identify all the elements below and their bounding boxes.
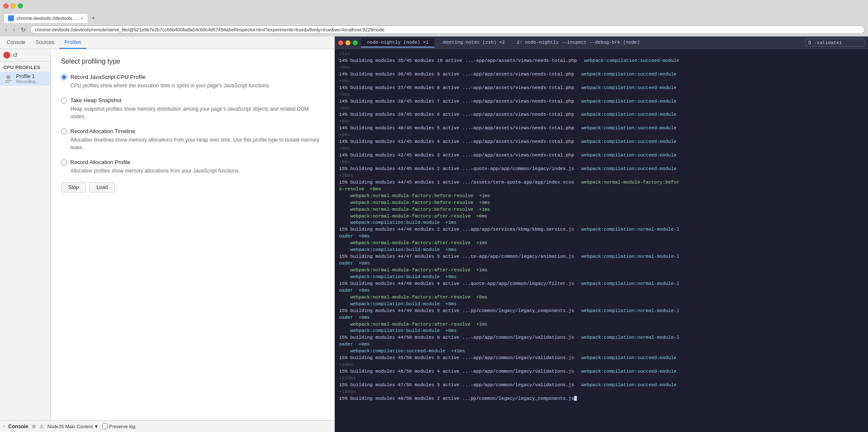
cpu-profile-desc: CPU profiles show where the execution ti… [70,82,324,89]
terminal-line: oader +0ms [335,260,868,267]
terminal-line: 15% building modules 43/45 modules 2 act… [335,166,868,173]
terminal-minimize-icon[interactable] [345,40,351,45]
terminal-line: webpack:normal-module-factory:after-reso… [335,267,868,274]
allocation-profile-radio[interactable] [61,159,67,165]
stop-button[interactable]: Stop [61,182,86,192]
terminal-line: 15% building modules 44/50 modules 6 act… [335,334,868,341]
terminal-line: 14% building modules 40/45 modules 5 act… [335,125,868,132]
profile-icon [3,74,14,84]
preserve-log-checkbox[interactable] [102,424,108,429]
terminal-tab-debug[interactable]: 2: node-nightly --inspect --debug-brk (n… [511,38,645,47]
terminal-line: e-resolve +0ms [335,186,868,193]
terminal-line: 15% building modules 46/50 modules 4 act… [335,368,868,375]
allocation-timeline-radio[interactable] [61,128,67,134]
cpu-profile-header[interactable]: Record JavaScript CPU Profile [61,74,324,80]
terminal-line: oader +0ms [335,287,868,294]
tab-favicon-icon [8,15,14,21]
browser-toolbar: ‹ › ↻ [0,23,868,36]
terminal-fullscreen-icon[interactable] [353,40,358,45]
terminal-line: webpack:compilation:build-module +1ms [335,220,868,226]
cpu-profile-radio[interactable] [61,74,67,80]
preserve-log-checkbox-label[interactable]: Preserve log [102,424,136,429]
profile-1-text: Profile 1 Recording... [16,73,39,84]
terminal-search [805,39,865,47]
terminal-close-icon[interactable] [338,40,343,45]
forward-button[interactable]: › [11,25,17,34]
console-bar: › Console ⊘ ⚠ NodeJS Main Context ▼ Pres… [0,420,334,432]
tab-profiles[interactable]: Profiles [59,37,86,49]
terminal-line: oader +0ms [335,341,868,348]
terminal-line: +1ms [335,51,868,58]
terminal-line: 14% building modules 39/45 modules 6 act… [335,111,868,118]
profile-1-status: Recording... [16,79,39,84]
terminal-line: oader +0ms [335,233,868,240]
terminal-titlebar: node-nightly (node) ×1 .meeting-notes (z… [335,36,868,49]
terminal-line: +0ms [335,78,868,85]
warning-icon: ⚠ [39,424,44,429]
load-button[interactable]: Load [89,182,115,192]
terminal-line: webpack:compilation:build-module +0ms [335,247,868,254]
context-selector[interactable]: NodeJS Main Context ▼ [47,424,99,429]
terminal-search-input[interactable] [805,39,865,47]
terminal-line: 14% building modules 42/45 modules 3 act… [335,152,868,159]
console-toolbar: ⊘ ⚠ NodeJS Main Context ▼ Preserve log [32,424,331,429]
back-button[interactable]: ‹ [3,25,9,34]
terminal-line: webpack:compilation:succeed-module +41ms [335,348,868,355]
heap-snapshot-header[interactable]: Take Heap Snapshot [61,97,324,103]
record-button[interactable] [3,52,10,59]
terminal-line: 15% building modules 48/50 modules 2 act… [335,396,868,402]
terminal-line: +0ms [335,145,868,152]
tab-sources[interactable]: Sources [31,37,59,49]
profiles-panel: Select profiling type Record JavaScript … [51,49,334,420]
terminal-tab-meeting[interactable]: .meeting-notes (zsh) ×2 [434,38,511,47]
terminal-content[interactable]: +1ms14% building modules 35/45 modules 1… [335,49,868,432]
console-bar-label: Console [8,424,28,429]
allocation-profile-header[interactable]: Record Allocation Profile [61,159,324,165]
context-label: NodeJS Main Context [47,424,93,429]
terminal-line: webpack:normal-module-factory:before-res… [335,193,868,200]
heap-snapshot-radio[interactable] [61,98,67,103]
terminal-line: webpack:normal-module-factory:after-reso… [335,321,868,328]
browser-titlebar [0,0,868,12]
browser-tab-active[interactable]: chrome-devtools://devtools/r... ✕ [3,13,88,23]
minimize-traffic-light[interactable] [11,3,16,8]
traffic-lights [3,3,23,8]
browser-tab-new[interactable]: + [88,13,98,23]
close-traffic-light[interactable] [3,3,8,8]
allocation-profile-label: Record Allocation Profile [70,159,131,165]
new-tab-icon[interactable]: + [92,14,95,21]
terminal-line: 14% building modules 37/45 modules 8 act… [335,85,868,92]
terminal-line: +0ms [335,132,868,139]
svg-point-0 [6,75,11,79]
chevron-expand-icon[interactable]: › [3,424,5,429]
terminal-line: 15% building modules 44/46 modules 2 act… [335,226,868,233]
devtools-content: ↺ CPU PROFILES Profile 1 Recording... [0,49,334,420]
fullscreen-traffic-light[interactable] [18,3,23,8]
terminal-line: webpack:normal-module-factory:after-reso… [335,240,868,247]
terminal-line: 15% building modules 44/48 modules 4 act… [335,281,868,287]
terminal-tab-node[interactable]: node-nightly (node) ×1 [361,38,434,47]
terminal-line: webpack:normal-module-factory:after-reso… [335,213,868,220]
profile-1-item[interactable]: Profile 1 Recording... [0,72,50,86]
terminal-line: 14% building modules 38/45 modules 7 act… [335,98,868,105]
tab-close-icon[interactable]: ✕ [80,16,83,21]
terminal-line: +0ms [335,92,868,98]
allocation-timeline-header[interactable]: Record Allocation Timeline [61,128,324,134]
address-bar[interactable] [30,25,865,34]
browser-chrome: chrome-devtools://devtools/r... ✕ + ‹ › … [0,0,868,36]
refresh-button[interactable]: ↻ [19,25,28,34]
svg-rect-1 [5,80,12,81]
terminal-panel: node-nightly (node) ×1 .meeting-notes (z… [335,36,868,432]
chevron-down-icon: ▼ [94,424,99,429]
browser-tabs: chrome-devtools://devtools/r... ✕ + [0,12,868,23]
clear-button[interactable]: ↺ [12,52,19,59]
terminal-line: 15% building modules 44/47 modules 3 act… [335,254,868,260]
terminal-line: +0ms [335,118,868,125]
terminal-line: webpack:normal-module-factory:before-res… [335,206,868,213]
tab-console[interactable]: Console [2,37,31,49]
terminal-line: 14% building modules 41/45 modules 4 act… [335,139,868,145]
cpu-profile-label: Record JavaScript CPU Profile [70,74,146,80]
preserve-log-label: Preserve log [109,424,136,429]
allocation-timeline-label: Record Allocation Timeline [70,128,135,134]
allocation-timeline-desc: Allocation timelines show memory allocat… [70,136,324,151]
